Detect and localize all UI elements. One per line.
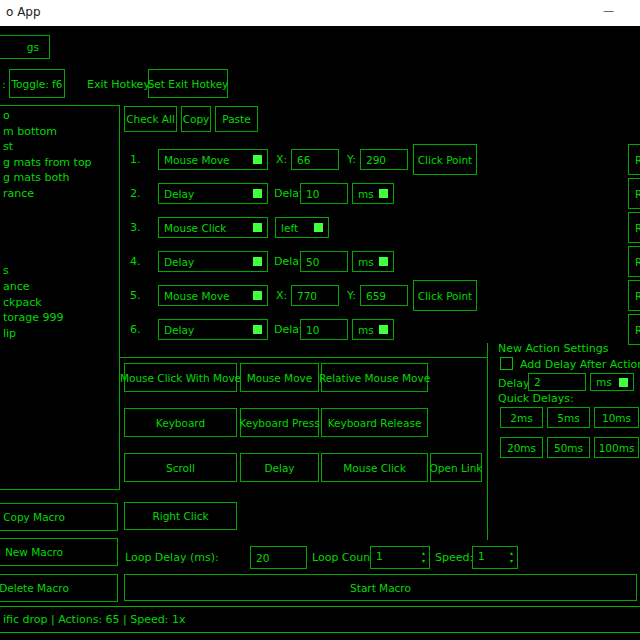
action-type-dropdown[interactable]: Mouse Move (158, 149, 268, 170)
quick-delay-10ms-button[interactable]: 10ms (594, 407, 639, 428)
loop-count-label: Loop Count: (312, 551, 378, 564)
quick-delay-20ms-button[interactable]: 20ms (500, 437, 543, 458)
y-label: Y: (347, 289, 356, 302)
y-input[interactable] (360, 285, 408, 306)
check-all-button[interactable]: Check All (124, 106, 177, 132)
spinner-arrows-icon[interactable]: ▴▾ (422, 549, 425, 564)
add-relative-mouse-move-button[interactable]: Relative Mouse Move (321, 363, 428, 392)
button-label: Keyboard Release (328, 417, 422, 429)
x-input[interactable] (291, 149, 339, 170)
delay-unit-dropdown[interactable]: ms (352, 183, 394, 204)
add-keyboard-press-button[interactable]: Keyboard Press (240, 408, 319, 437)
macro-list-item[interactable]: ance (1, 280, 119, 296)
add-mouse-move-button[interactable]: Mouse Move (240, 363, 319, 392)
remove-action-button[interactable]: R (628, 246, 640, 277)
loop-count-spinner[interactable]: 1 ▴▾ (370, 546, 430, 569)
add-keyboard-button[interactable]: Keyboard (124, 408, 237, 437)
tab-settings[interactable]: gs (0, 35, 50, 59)
add-mouse-click-button[interactable]: Mouse Click (321, 453, 428, 482)
set-exit-hotkey-button[interactable]: Set Exit Hotkey (148, 69, 228, 98)
delay-input[interactable] (300, 183, 348, 204)
macro-list-item[interactable]: rance (1, 187, 119, 203)
speed-value: 1 (478, 550, 485, 562)
minimize-button[interactable]: — (603, 4, 614, 17)
button-label: 5ms (557, 412, 579, 424)
click-point-button[interactable]: Click Point (413, 144, 477, 175)
macro-list-item[interactable] (1, 249, 119, 265)
add-open-link-button[interactable]: Open Link (430, 453, 482, 482)
dropdown-indicator-icon (253, 189, 262, 198)
quick-delay-5ms-button[interactable]: 5ms (547, 407, 590, 428)
remove-action-button[interactable]: R (628, 144, 640, 175)
delay-input[interactable] (300, 251, 348, 272)
action-type-dropdown[interactable]: Mouse Click (158, 217, 268, 238)
new-macro-button[interactable]: New Macro (0, 538, 118, 566)
add-right-click-button[interactable]: Right Click (124, 502, 237, 530)
quick-delays-label: Quick Delays: (498, 392, 574, 405)
click-point-button[interactable]: Click Point (413, 280, 477, 311)
x-input[interactable] (291, 285, 339, 306)
add-scroll-button[interactable]: Scroll (124, 453, 237, 482)
add-mouse-click-with-move-button[interactable]: Mouse Click With Move (124, 363, 237, 392)
copy-button[interactable]: Copy (181, 106, 211, 132)
y-input[interactable] (360, 149, 408, 170)
remove-action-button[interactable]: R (628, 280, 640, 311)
status-bar: ific drop | Actions: 65 | Speed: 1x (0, 606, 640, 633)
delay-unit-dropdown[interactable]: ms (352, 319, 394, 340)
remove-action-button[interactable]: R (628, 314, 640, 345)
remove-action-button[interactable]: R (628, 212, 640, 243)
remove-action-button[interactable]: R (628, 178, 640, 209)
delete-macro-button[interactable]: Delete Macro (0, 574, 118, 602)
dropdown-indicator-icon (253, 223, 262, 232)
action-type-value: Mouse Click (164, 222, 226, 234)
quick-delay-2ms-button[interactable]: 2ms (500, 407, 543, 428)
paste-button[interactable]: Paste (215, 106, 258, 132)
exit-hotkey-label: Exit Hotkey: (87, 78, 153, 91)
new-action-settings-title: New Action Settings (498, 342, 609, 355)
button-label: Relative Mouse Move (319, 372, 430, 384)
copy-macro-button[interactable]: Copy Macro (0, 503, 118, 531)
button-label: 100ms (599, 442, 635, 454)
add-delay-after-action-checkbox[interactable] (500, 357, 513, 370)
remove-action-label: R (635, 290, 640, 302)
macro-list-item[interactable]: torage 999 (1, 311, 119, 327)
add-keyboard-release-button[interactable]: Keyboard Release (321, 408, 428, 437)
macro-list-item[interactable]: ckpack (1, 296, 119, 312)
settings-delay-input[interactable] (528, 373, 586, 391)
speed-spinner[interactable]: 1 ▴▾ (472, 546, 518, 569)
macro-list[interactable]: om bottomstg mats from topg mats bothran… (0, 105, 120, 490)
quick-delay-50ms-button[interactable]: 50ms (547, 437, 590, 458)
toggle-hotkey-button[interactable]: Toggle: f6 (9, 69, 65, 98)
macro-list-item[interactable] (1, 218, 119, 234)
macro-list-item[interactable]: g mats from top (1, 156, 119, 172)
quick-delay-100ms-button[interactable]: 100ms (594, 437, 639, 458)
macro-list-item[interactable]: o (1, 109, 119, 125)
titlebar: o App — (0, 0, 640, 26)
button-label: Keyboard Press (239, 417, 319, 429)
macro-list-item[interactable]: g mats both (1, 171, 119, 187)
action-type-dropdown[interactable]: Mouse Move (158, 285, 268, 306)
macro-list-item[interactable]: lip (1, 327, 119, 343)
delay-input[interactable] (300, 319, 348, 340)
macro-list-item[interactable] (1, 202, 119, 218)
window-title: o App (6, 5, 41, 19)
add-delay-button[interactable]: Delay (240, 453, 319, 482)
settings-delay-unit-value: ms (596, 376, 612, 388)
delay-unit-dropdown[interactable]: ms (352, 251, 394, 272)
dropdown-indicator-icon (253, 325, 262, 334)
action-type-dropdown[interactable]: Delay (158, 319, 268, 340)
button-label: Mouse Click With Move (120, 372, 241, 384)
action-type-dropdown[interactable]: Delay (158, 183, 268, 204)
start-macro-button[interactable]: Start Macro (124, 574, 637, 601)
mouse-button-dropdown[interactable]: left (275, 217, 329, 238)
check-all-label: Check All (126, 113, 175, 125)
loop-delay-input[interactable] (250, 546, 307, 569)
macro-list-item[interactable]: m bottom (1, 125, 119, 141)
spinner-arrows-icon[interactable]: ▴▾ (510, 549, 513, 564)
action-row-number: 2. (130, 187, 141, 200)
action-type-dropdown[interactable]: Delay (158, 251, 268, 272)
macro-list-item[interactable] (1, 233, 119, 249)
macro-list-item[interactable]: s (1, 264, 119, 280)
settings-delay-unit-dropdown[interactable]: ms (590, 373, 634, 391)
macro-list-item[interactable]: st (1, 140, 119, 156)
